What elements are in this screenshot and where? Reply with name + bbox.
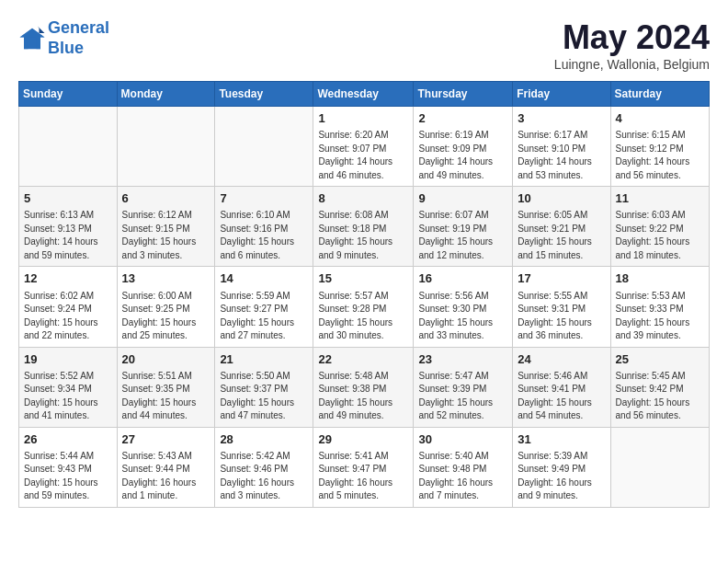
day-cell: 6Sunrise: 6:12 AM Sunset: 9:15 PM Daylig… xyxy=(117,187,215,267)
day-cell: 15Sunrise: 5:57 AM Sunset: 9:28 PM Dayli… xyxy=(313,267,414,347)
weekday-header-thursday: Thursday xyxy=(414,82,513,107)
day-info: Sunrise: 5:53 AM Sunset: 9:33 PM Dayligh… xyxy=(616,290,704,343)
day-cell: 31Sunrise: 5:39 AM Sunset: 9:49 PM Dayli… xyxy=(513,427,610,507)
day-number: 25 xyxy=(616,351,704,368)
day-info: Sunrise: 5:39 AM Sunset: 9:49 PM Dayligh… xyxy=(518,450,605,503)
location: Luingne, Wallonia, Belgium xyxy=(554,57,710,72)
day-info: Sunrise: 6:05 AM Sunset: 9:21 PM Dayligh… xyxy=(518,209,605,262)
day-info: Sunrise: 5:57 AM Sunset: 9:28 PM Dayligh… xyxy=(318,290,408,343)
day-cell: 11Sunrise: 6:03 AM Sunset: 9:22 PM Dayli… xyxy=(610,187,709,267)
day-info: Sunrise: 5:50 AM Sunset: 9:37 PM Dayligh… xyxy=(220,370,308,423)
day-number: 27 xyxy=(122,431,210,448)
day-info: Sunrise: 6:19 AM Sunset: 9:09 PM Dayligh… xyxy=(418,129,507,182)
day-info: Sunrise: 5:56 AM Sunset: 9:30 PM Dayligh… xyxy=(418,290,507,343)
day-number: 6 xyxy=(122,190,210,207)
day-number: 12 xyxy=(24,270,112,287)
day-number: 1 xyxy=(318,110,408,127)
day-info: Sunrise: 6:07 AM Sunset: 9:19 PM Dayligh… xyxy=(418,209,507,262)
title-block: May 2024 Luingne, Wallonia, Belgium xyxy=(554,18,710,72)
day-info: Sunrise: 5:45 AM Sunset: 9:42 PM Dayligh… xyxy=(616,370,704,423)
day-cell: 25Sunrise: 5:45 AM Sunset: 9:42 PM Dayli… xyxy=(610,347,709,427)
day-number: 5 xyxy=(24,190,112,207)
day-info: Sunrise: 6:17 AM Sunset: 9:10 PM Dayligh… xyxy=(518,129,605,182)
day-number: 31 xyxy=(518,431,605,448)
day-number: 17 xyxy=(518,270,605,287)
day-cell: 1Sunrise: 6:20 AM Sunset: 9:07 PM Daylig… xyxy=(313,107,414,187)
day-cell: 27Sunrise: 5:43 AM Sunset: 9:44 PM Dayli… xyxy=(117,427,215,507)
day-cell: 28Sunrise: 5:42 AM Sunset: 9:46 PM Dayli… xyxy=(215,427,313,507)
day-info: Sunrise: 6:20 AM Sunset: 9:07 PM Dayligh… xyxy=(318,129,408,182)
day-cell: 20Sunrise: 5:51 AM Sunset: 9:35 PM Dayli… xyxy=(117,347,215,427)
day-number: 30 xyxy=(418,431,507,448)
day-number: 26 xyxy=(24,431,112,448)
day-cell: 19Sunrise: 5:52 AM Sunset: 9:34 PM Dayli… xyxy=(19,347,118,427)
day-cell xyxy=(215,107,313,187)
day-info: Sunrise: 6:08 AM Sunset: 9:18 PM Dayligh… xyxy=(318,209,408,262)
day-info: Sunrise: 5:59 AM Sunset: 9:27 PM Dayligh… xyxy=(220,290,308,343)
day-cell: 21Sunrise: 5:50 AM Sunset: 9:37 PM Dayli… xyxy=(215,347,313,427)
weekday-header-friday: Friday xyxy=(513,82,610,107)
day-info: Sunrise: 6:00 AM Sunset: 9:25 PM Dayligh… xyxy=(122,290,210,343)
day-info: Sunrise: 5:51 AM Sunset: 9:35 PM Dayligh… xyxy=(122,370,210,423)
day-info: Sunrise: 5:46 AM Sunset: 9:41 PM Dayligh… xyxy=(518,370,605,423)
day-number: 20 xyxy=(122,351,210,368)
day-cell: 30Sunrise: 5:40 AM Sunset: 9:48 PM Dayli… xyxy=(414,427,513,507)
day-cell: 9Sunrise: 6:07 AM Sunset: 9:19 PM Daylig… xyxy=(414,187,513,267)
day-info: Sunrise: 5:42 AM Sunset: 9:46 PM Dayligh… xyxy=(220,450,308,503)
day-number: 7 xyxy=(220,190,308,207)
week-row-1: 1Sunrise: 6:20 AM Sunset: 9:07 PM Daylig… xyxy=(19,107,710,187)
logo-text: General Blue xyxy=(48,18,109,58)
day-info: Sunrise: 6:15 AM Sunset: 9:12 PM Dayligh… xyxy=(616,129,704,182)
day-number: 18 xyxy=(616,270,704,287)
day-cell: 3Sunrise: 6:17 AM Sunset: 9:10 PM Daylig… xyxy=(513,107,610,187)
day-number: 15 xyxy=(318,270,408,287)
day-cell: 7Sunrise: 6:10 AM Sunset: 9:16 PM Daylig… xyxy=(215,187,313,267)
day-cell: 2Sunrise: 6:19 AM Sunset: 9:09 PM Daylig… xyxy=(414,107,513,187)
day-number: 22 xyxy=(318,351,408,368)
day-number: 19 xyxy=(24,351,112,368)
day-info: Sunrise: 5:48 AM Sunset: 9:38 PM Dayligh… xyxy=(318,370,408,423)
day-number: 28 xyxy=(220,431,308,448)
logo-line2: Blue xyxy=(48,39,109,59)
day-number: 8 xyxy=(318,190,408,207)
day-cell xyxy=(117,107,215,187)
day-info: Sunrise: 5:41 AM Sunset: 9:47 PM Dayligh… xyxy=(318,450,408,503)
week-row-4: 19Sunrise: 5:52 AM Sunset: 9:34 PM Dayli… xyxy=(19,347,710,427)
day-info: Sunrise: 6:03 AM Sunset: 9:22 PM Dayligh… xyxy=(616,209,704,262)
day-number: 21 xyxy=(220,351,308,368)
day-cell: 10Sunrise: 6:05 AM Sunset: 9:21 PM Dayli… xyxy=(513,187,610,267)
day-number: 23 xyxy=(418,351,507,368)
day-info: Sunrise: 6:12 AM Sunset: 9:15 PM Dayligh… xyxy=(122,209,210,262)
logo-line1: General xyxy=(48,18,109,37)
day-info: Sunrise: 5:52 AM Sunset: 9:34 PM Dayligh… xyxy=(24,370,112,423)
svg-marker-2 xyxy=(38,26,45,33)
day-cell xyxy=(19,107,118,187)
logo-icon xyxy=(18,25,46,52)
day-info: Sunrise: 5:47 AM Sunset: 9:39 PM Dayligh… xyxy=(418,370,507,423)
day-cell: 23Sunrise: 5:47 AM Sunset: 9:39 PM Dayli… xyxy=(414,347,513,427)
weekday-header-monday: Monday xyxy=(117,82,215,107)
weekday-header-tuesday: Tuesday xyxy=(215,82,313,107)
day-number: 4 xyxy=(616,110,704,127)
day-number: 13 xyxy=(122,270,210,287)
day-number: 24 xyxy=(518,351,605,368)
day-info: Sunrise: 6:10 AM Sunset: 9:16 PM Dayligh… xyxy=(220,209,308,262)
weekday-header-sunday: Sunday xyxy=(19,82,118,107)
day-info: Sunrise: 5:44 AM Sunset: 9:43 PM Dayligh… xyxy=(24,450,112,503)
day-cell: 12Sunrise: 6:02 AM Sunset: 9:24 PM Dayli… xyxy=(19,267,118,347)
day-number: 14 xyxy=(220,270,308,287)
day-number: 3 xyxy=(518,110,605,127)
day-cell: 5Sunrise: 6:13 AM Sunset: 9:13 PM Daylig… xyxy=(19,187,118,267)
page-header: General Blue May 2024 Luingne, Wallonia,… xyxy=(18,18,710,72)
day-number: 29 xyxy=(318,431,408,448)
day-info: Sunrise: 5:55 AM Sunset: 9:31 PM Dayligh… xyxy=(518,290,605,343)
day-number: 9 xyxy=(418,190,507,207)
day-cell xyxy=(610,427,709,507)
day-number: 11 xyxy=(616,190,704,207)
day-cell: 24Sunrise: 5:46 AM Sunset: 9:41 PM Dayli… xyxy=(513,347,610,427)
day-cell: 29Sunrise: 5:41 AM Sunset: 9:47 PM Dayli… xyxy=(313,427,414,507)
day-cell: 26Sunrise: 5:44 AM Sunset: 9:43 PM Dayli… xyxy=(19,427,118,507)
logo: General Blue xyxy=(18,18,109,58)
day-number: 2 xyxy=(418,110,507,127)
day-info: Sunrise: 5:43 AM Sunset: 9:44 PM Dayligh… xyxy=(122,450,210,503)
